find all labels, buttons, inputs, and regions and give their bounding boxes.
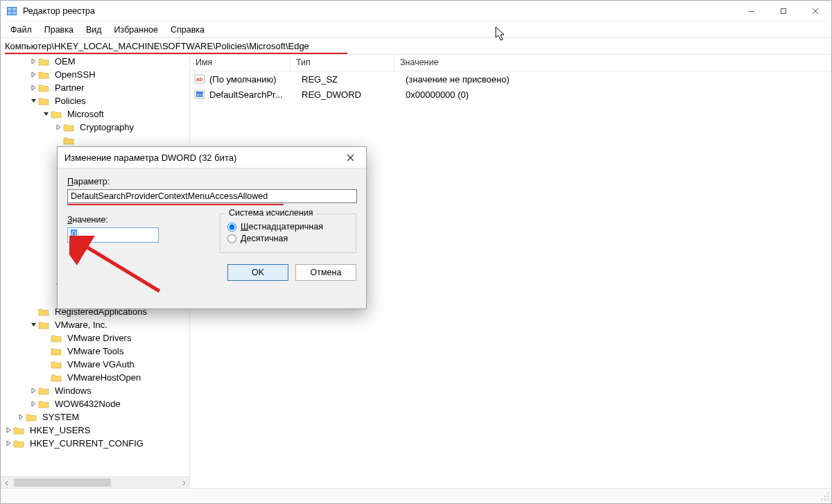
tree-node[interactable]: VMware, Inc. xyxy=(1,318,189,331)
svg-point-13 xyxy=(824,495,826,496)
tree-label[interactable]: OEM xyxy=(52,55,78,68)
tree-node[interactable]: WOW6432Node xyxy=(1,397,189,410)
value-row[interactable]: 011DefaultSearchPr...REG_DWORD0x00000000… xyxy=(190,87,831,102)
maximize-button[interactable] xyxy=(768,1,799,21)
chevron-right-icon[interactable] xyxy=(53,123,63,132)
tree-label[interactable]: HKEY_USERS xyxy=(27,424,93,437)
tree-node[interactable]: VMware Tools xyxy=(1,345,189,358)
tree-label[interactable]: OpenSSH xyxy=(52,68,98,81)
radio-hex-input[interactable] xyxy=(227,223,236,232)
tree-node[interactable]: Policies xyxy=(1,94,189,107)
folder-icon xyxy=(13,425,24,436)
reg-sz-icon: ab xyxy=(194,73,205,85)
chevron-right-icon[interactable] xyxy=(28,83,38,93)
tree-node[interactable]: Partner xyxy=(1,81,189,94)
tree-node[interactable]: OpenSSH xyxy=(1,68,189,81)
col-name[interactable]: Имя xyxy=(190,55,291,71)
dialog-title: Изменение параметра DWORD (32 бита) xyxy=(64,153,236,163)
dialog-titlebar[interactable]: Изменение параметра DWORD (32 бита) xyxy=(58,147,366,168)
chevron-right-icon[interactable] xyxy=(16,412,26,422)
value-label: Значение: xyxy=(67,215,206,225)
tree-label[interactable]: Policies xyxy=(52,94,89,107)
chevron-right-icon[interactable] xyxy=(3,426,13,435)
titlebar[interactable]: Редактор реестра xyxy=(1,1,831,21)
value-row[interactable]: ab(По умолчанию)REG_SZ(значение не присв… xyxy=(190,71,831,87)
chevron-down-icon[interactable] xyxy=(28,96,38,106)
svg-rect-1 xyxy=(8,8,12,11)
scroll-track[interactable] xyxy=(12,477,177,488)
tree-label[interactable]: VMwareHostOpen xyxy=(64,371,144,384)
ok-button[interactable]: OK xyxy=(227,264,288,281)
tree-label[interactable]: SYSTEM xyxy=(40,410,82,424)
dialog-close-button[interactable] xyxy=(341,148,359,166)
column-headers[interactable]: Имя Тип Значение xyxy=(190,55,831,71)
tree-node[interactable]: OEM xyxy=(1,55,189,68)
tree-node[interactable]: SYSTEM xyxy=(1,410,189,424)
tree-label[interactable]: Partner xyxy=(52,81,87,94)
close-button[interactable] xyxy=(799,1,831,21)
address-path[interactable]: Компьютер\HKEY_LOCAL_MACHINE\SOFTWARE\Po… xyxy=(5,41,309,51)
tree-label[interactable] xyxy=(77,139,83,142)
chevron-right-icon[interactable] xyxy=(28,386,38,396)
chevron-down-icon[interactable] xyxy=(41,110,51,119)
tree-label[interactable]: Windows xyxy=(52,384,94,397)
tree-node[interactable]: VMware Drivers xyxy=(1,331,189,345)
menu-view[interactable]: Вид xyxy=(80,23,107,37)
tree-node[interactable]: Cryptography xyxy=(1,121,189,134)
menu-edit[interactable]: Правка xyxy=(39,23,79,37)
folder-icon xyxy=(51,372,62,383)
tree-node[interactable]: VMware VGAuth xyxy=(1,358,189,371)
tree-node[interactable]: HKEY_USERS xyxy=(1,424,189,437)
tree-label[interactable]: Cryptography xyxy=(77,121,137,134)
folder-icon xyxy=(38,96,49,107)
menu-help[interactable]: Справка xyxy=(165,23,210,37)
folder-icon xyxy=(63,135,74,146)
col-value[interactable]: Значение xyxy=(395,55,831,71)
menu-file[interactable]: Файл xyxy=(5,23,37,37)
tree-spacer xyxy=(28,307,38,317)
annotation-underline xyxy=(5,53,347,54)
cancel-button[interactable]: Отмена xyxy=(295,264,356,281)
tree-spacer xyxy=(41,333,51,343)
radio-hex[interactable]: Шестнадцатеричная xyxy=(227,222,349,232)
tree-node[interactable]: HKEY_CURRENT_CONFIG xyxy=(1,437,189,450)
tree-label[interactable]: VMware Tools xyxy=(64,345,126,358)
size-grip-icon[interactable] xyxy=(819,490,831,503)
value-type: REG_DWORD xyxy=(302,89,406,100)
tree-label[interactable]: Microsoft xyxy=(64,107,107,121)
radio-dec[interactable]: Десятичная xyxy=(227,234,349,243)
scroll-right-button[interactable] xyxy=(177,477,189,488)
radio-dec-input[interactable] xyxy=(227,234,236,243)
tree-label[interactable]: HKEY_CURRENT_CONFIG xyxy=(27,437,146,450)
svg-point-15 xyxy=(821,498,822,500)
value-data-field[interactable]: 0 xyxy=(67,227,159,243)
tree-label[interactable]: VMware Drivers xyxy=(64,331,134,345)
chevron-right-icon[interactable] xyxy=(3,439,13,449)
tree-node[interactable]: Windows xyxy=(1,384,189,397)
tree-hscrollbar[interactable] xyxy=(1,476,189,488)
tree-spacer xyxy=(41,373,51,383)
tree-spacer xyxy=(41,347,51,356)
menu-favorites[interactable]: Избранное xyxy=(109,23,164,37)
scroll-left-button[interactable] xyxy=(1,477,12,488)
tree-label[interactable]: VMware, Inc. xyxy=(52,318,110,331)
param-name-field[interactable] xyxy=(67,189,357,203)
scroll-thumb[interactable] xyxy=(14,478,111,487)
chevron-right-icon[interactable] xyxy=(28,57,38,67)
tree-node[interactable]: VMwareHostOpen xyxy=(1,371,189,384)
folder-icon xyxy=(13,438,24,449)
tree-node[interactable]: Microsoft xyxy=(1,107,189,121)
minimize-button[interactable] xyxy=(736,1,768,21)
svg-point-14 xyxy=(827,495,829,496)
tree-label[interactable]: VMware VGAuth xyxy=(64,358,137,371)
annotation-underline-param xyxy=(67,204,284,205)
col-type[interactable]: Тип xyxy=(291,55,395,71)
chevron-right-icon[interactable] xyxy=(28,399,38,409)
svg-rect-2 xyxy=(12,8,17,11)
chevron-right-icon[interactable] xyxy=(28,70,38,80)
tree-node[interactable] xyxy=(1,134,189,147)
chevron-down-icon[interactable] xyxy=(28,320,38,330)
tree-label[interactable]: WOW6432Node xyxy=(52,397,123,410)
svg-point-16 xyxy=(824,498,826,500)
address-bar[interactable]: Компьютер\HKEY_LOCAL_MACHINE\SOFTWARE\Po… xyxy=(1,38,831,55)
